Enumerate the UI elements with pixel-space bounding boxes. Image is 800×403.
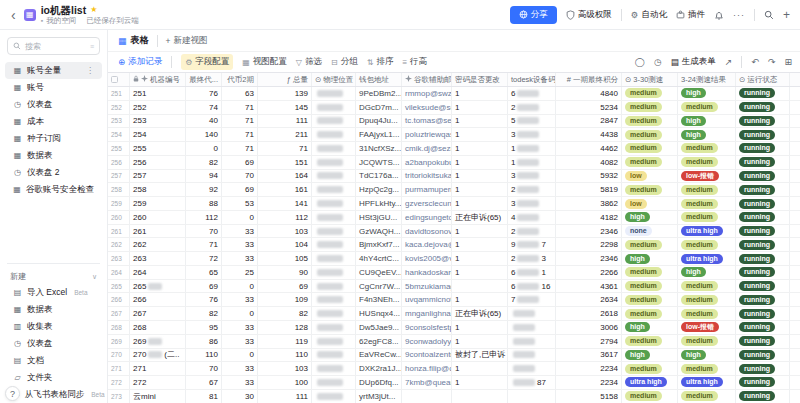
cell-wallet[interactable]: yrtM3jUt... [356,390,402,403]
table-row[interactable]: 2612617033103GzWAQH...davidtosonovja...1… [108,225,800,239]
cell-pwd_changed[interactable]: 1 [452,266,508,279]
cell-total[interactable]: 82 [258,307,312,320]
cell-final_score[interactable]: 4438 [556,128,622,141]
cell-final_score[interactable]: 2634 [556,293,622,306]
cell-status[interactable]: running [736,390,790,403]
cell-status[interactable]: running [736,225,790,238]
cell-tokens_p2[interactable]: 0 [222,211,258,224]
cell-machine[interactable]: 云mini [130,390,186,403]
cell-machine[interactable]: 272 [130,376,186,389]
cell-machine[interactable]: 252 [130,101,186,114]
cell-email[interactable]: tc.tomas@sez... [402,115,452,128]
cell-status[interactable]: running [736,183,790,196]
sidebar-item-账号[interactable]: ▦账号 [5,79,102,96]
cell-email[interactable]: 9contoalzentru... [402,349,452,362]
cell-status[interactable]: running [736,170,790,183]
cell-final_tokens[interactable]: 69 [186,280,222,293]
column-header-total[interactable]: ƒ总量 [258,73,312,86]
cell-tokens_p2[interactable]: 0 [222,307,258,320]
cell-final_score[interactable]: 2234 [556,376,622,389]
cell-status[interactable]: running [736,252,790,265]
cell-todesk[interactable]: 1 [508,156,556,169]
cell-email[interactable] [402,390,452,403]
table-row[interactable]: 264264652590CU9QeEV...hankadoskarov...16… [108,266,800,280]
cell-speed_324[interactable]: medium [678,362,736,375]
cell-speed_324[interactable]: ultra high [678,225,736,238]
cell-wallet[interactable]: 31NcfXSz... [356,142,402,155]
table-row[interactable]: 2582589269161HzpQc2g...purmamuperna...12… [108,183,800,197]
cell-machine[interactable]: 262 [130,238,186,251]
cell-final_tokens[interactable]: 110 [186,349,222,362]
cell-status[interactable]: running [736,321,790,334]
cell-final_score[interactable]: 2794 [556,335,622,348]
collapse-panel-icon[interactable]: ≡ [90,43,94,50]
cell-speed_330[interactable]: medium [622,101,678,114]
column-header-email[interactable]: 谷歌辅助邮箱 [402,73,452,86]
cell-final_score[interactable]: 3006 [556,321,622,334]
sidebar-create-文档[interactable]: ▤文档 [5,352,102,369]
cell-todesk[interactable]: 4 [508,211,556,224]
cell-email[interactable]: rmmop@swzn... [402,87,452,100]
cell-speed_330[interactable]: medium [622,115,678,128]
cell-tokens_p2[interactable]: 63 [222,87,258,100]
record-circle-icon[interactable]: ◯ [635,57,645,67]
cell-machine[interactable]: 271 [130,362,186,375]
sidebar-item-仪表盘[interactable]: ◷仪表盘 [5,96,102,113]
cell-total[interactable]: 119 [258,335,312,348]
cell-wallet[interactable]: DGcD7m... [356,101,402,114]
filter-button[interactable]: ▽ 筛选 [296,56,322,68]
cell-location[interactable] [312,266,356,279]
cell-final_score[interactable]: 2346 [556,252,622,265]
cell-pwd_changed[interactable]: 1 [452,335,508,348]
cell-final_tokens[interactable]: 76 [186,293,222,306]
cell-checkbox[interactable]: 264 [108,266,130,279]
cell-machine[interactable]: 266 [130,293,186,306]
column-header-final_tokens[interactable]: 最终代... [186,73,222,86]
sidebar-section-create[interactable]: 新建 ∨ [0,268,107,284]
column-header-location[interactable]: ⊙物理位置 [312,73,356,86]
cell-status[interactable]: running [736,211,790,224]
add-icon[interactable]: + [783,9,790,21]
cell-tokens_p2[interactable]: 33 [222,335,258,348]
cell-checkbox[interactable]: 270 [108,349,130,362]
cell-email[interactable]: purmamuperna... [402,183,452,196]
cell-total[interactable]: 109 [258,293,312,306]
cell-tokens_p2[interactable]: 71 [222,101,258,114]
cell-speed_330[interactable]: medium [622,87,678,100]
cell-speed_324[interactable]: medium [678,101,736,114]
cell-tokens_p2[interactable]: 33 [222,252,258,265]
cell-status[interactable]: running [736,376,790,389]
cell-tokens_p2[interactable]: 30 [222,390,258,403]
cell-todesk[interactable]: 1 [508,142,556,155]
notifications-bell-icon[interactable] [714,10,724,20]
cell-machine[interactable]: 261 [130,225,186,238]
column-header-tokens_p2[interactable]: 代币2期 [222,73,258,86]
cell-email[interactable]: a2banpokubut... [402,156,452,169]
collapse-icon[interactable]: ⊞ [784,57,792,67]
cell-wallet[interactable]: F4n3NEh... [356,293,402,306]
cell-speed_324[interactable]: high [678,266,736,279]
cell-tokens_p2[interactable]: 0 [222,280,258,293]
cell-pwd_changed[interactable]: 1 [452,128,508,141]
cell-speed_324[interactable]: ultra high [678,376,736,389]
cell-checkbox[interactable]: 265 [108,280,130,293]
cell-speed_330[interactable]: medium [622,238,678,251]
cell-wallet[interactable]: JCQWTS... [356,156,402,169]
cell-todesk[interactable] [508,321,556,334]
cell-machine[interactable]: 258 [130,183,186,196]
cell-total[interactable]: 105 [258,252,312,265]
sidebar-create-文件夹[interactable]: ▱文件夹 [5,369,102,386]
column-header-machine[interactable]: 机器编号 [130,73,186,86]
cell-tokens_p2[interactable]: 33 [222,293,258,306]
cell-final_score[interactable]: 2234 [556,362,622,375]
cell-tokens_p2[interactable]: 33 [222,376,258,389]
cell-pwd_changed[interactable]: 1 [452,142,508,155]
cell-total[interactable]: 128 [258,321,312,334]
column-header-status[interactable]: ⊙运行状态 [736,73,790,86]
cell-final_score[interactable]: 5234 [556,101,622,114]
cell-final_score[interactable]: 2346 [556,225,622,238]
cell-email[interactable]: 7kmb@quean... [402,376,452,389]
cell-status[interactable]: running [736,293,790,306]
cell-wallet[interactable]: HPFLkHty... [356,197,402,210]
cell-final_score[interactable]: 5819 [556,183,622,196]
